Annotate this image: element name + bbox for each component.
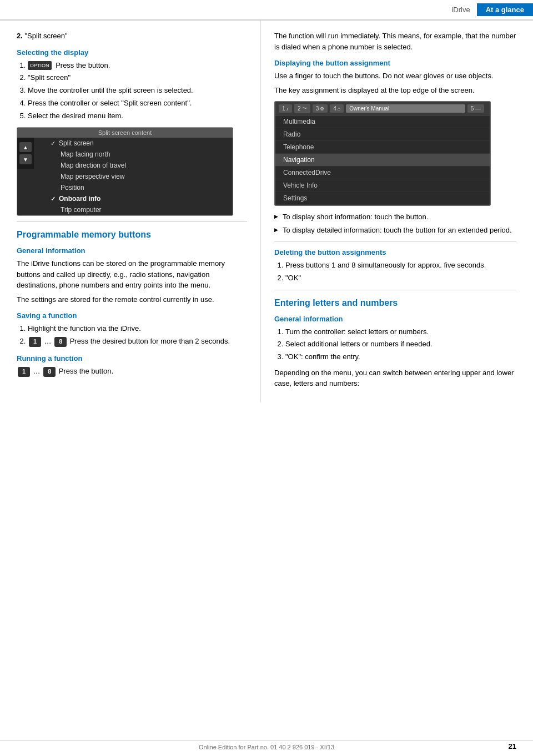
page-footer: Online Edition for Part no. 01 40 2 926 … bbox=[0, 740, 533, 750]
idrive-btn-3[interactable]: 3 ⚙ bbox=[313, 104, 328, 113]
entering-steps-list: Turn the controller: select letters or n… bbox=[274, 326, 516, 363]
saving-step-2: 1 … 8 Press the desired button for more … bbox=[28, 336, 247, 347]
idrive-menu-row: ConnectedDrive bbox=[275, 167, 490, 179]
entering-step-2: Select additional letters or numbers if … bbox=[285, 339, 516, 350]
option-button-icon: OPTION bbox=[28, 61, 52, 70]
screen-menu-item: Map facing north bbox=[34, 149, 233, 160]
step2-text: 2. "Split screen" bbox=[17, 31, 247, 42]
deleting-step-2: "OK" bbox=[285, 273, 516, 284]
general-info-text1: The iDrive functions can be stored on th… bbox=[17, 258, 247, 291]
music-icon: ♪ bbox=[286, 106, 289, 112]
nav-btn-down[interactable]: ▼ bbox=[19, 154, 32, 164]
right-column: The function will run immediately. This … bbox=[261, 21, 533, 402]
screen-menu-title-label: Split screen content bbox=[17, 128, 233, 138]
screen-menu-item: Map direction of travel bbox=[34, 160, 233, 171]
saving-step-1: Highlight the function via the iDrive. bbox=[28, 323, 247, 335]
idrive-screen-mockup: 1 ♪ 2 〜 3 ⚙ 4 ⌂ Owner's Manual bbox=[274, 101, 491, 206]
entering-step-1: Turn the controller: select letters or n… bbox=[285, 326, 516, 338]
deleting-step-1: Press buttons 1 and 8 simultaneously for… bbox=[285, 260, 516, 271]
screen-nav-area: ▲ ▼ ✓ Split screenMap facing northMap di… bbox=[17, 138, 233, 215]
idrive-menu-row: Vehicle Info bbox=[275, 179, 490, 192]
idrive-menu-items: MultimediaRadioTelephoneNavigationConnec… bbox=[275, 115, 490, 205]
header-idrive-label: iDrive bbox=[445, 3, 476, 16]
running-btn-1-icon: 1 bbox=[18, 367, 30, 377]
intro-text1: The function will run immediately. This … bbox=[274, 31, 516, 52]
footer-text: Online Edition for Part no. 01 40 2 926 … bbox=[199, 744, 334, 750]
mem-btn-8-icon: 8 bbox=[54, 337, 67, 347]
general-info-heading-left: General information bbox=[17, 246, 247, 255]
arrow-list-item: To display short information: touch the … bbox=[274, 211, 516, 223]
general-info-text2: The settings are stored for the remote c… bbox=[17, 294, 247, 305]
gear-icon: ⚙ bbox=[320, 106, 324, 112]
prog-memory-heading: Programmable memory buttons bbox=[17, 230, 247, 240]
selecting-step-1: OPTION Press the button. bbox=[28, 60, 247, 72]
selecting-step-4: Press the controller or select "Split sc… bbox=[28, 98, 247, 109]
owners-manual-label: Owner's Manual bbox=[349, 105, 389, 112]
idrive-btn-4[interactable]: 4 ⌂ bbox=[330, 104, 344, 113]
split-screen-mockup: Split screen content ▲ ▼ ✓ Split screenM… bbox=[17, 127, 233, 216]
nav-btn-up[interactable]: ▲ bbox=[19, 142, 32, 152]
header-ataglance-label: At a glance bbox=[477, 3, 533, 16]
idrive-menu-row: Navigation bbox=[275, 154, 490, 167]
idrive-menu-row: Telephone bbox=[275, 141, 490, 154]
running-step: 1 … 8 Press the button. bbox=[17, 366, 247, 377]
idrive-menu-row: Radio bbox=[275, 128, 490, 141]
selecting-step-3: Move the controller until the split scre… bbox=[28, 85, 247, 97]
left-column: 2. "Split screen" Selecting the display … bbox=[0, 21, 261, 402]
selecting-display-heading: Selecting the display bbox=[17, 48, 247, 57]
deleting-title-heading: Deleting the button assignments bbox=[274, 248, 516, 256]
page-header: iDrive At a glance bbox=[0, 0, 533, 21]
wave-icon: 〜 bbox=[302, 105, 307, 112]
idrive-btn-5[interactable]: 5 — bbox=[467, 104, 484, 113]
deleting-steps-list: Press buttons 1 and 8 simultaneously for… bbox=[274, 260, 516, 284]
running-function-heading: Running a function bbox=[17, 354, 247, 362]
btn-3-num: 3 bbox=[316, 105, 319, 112]
btn-1-num: 1 bbox=[282, 105, 285, 112]
screen-menu-item: Position bbox=[34, 182, 233, 193]
screen-menu-item: ✓ Split screen bbox=[34, 138, 233, 149]
btn-5-label: 5 — bbox=[471, 105, 481, 112]
idrive-btn-owners-manual[interactable]: Owner's Manual bbox=[346, 104, 465, 113]
saving-steps-list: Highlight the function via the iDrive. 1… bbox=[17, 323, 247, 347]
displaying-text1: Use a finger to touch the buttons. Do no… bbox=[274, 70, 516, 82]
idrive-btn-1[interactable]: 1 ♪ bbox=[279, 104, 292, 113]
page-number: 21 bbox=[509, 742, 516, 750]
displaying-text2: The key assignment is displayed at the t… bbox=[274, 85, 516, 96]
entering-general-heading: General information bbox=[274, 315, 516, 323]
display-info-bullets: To display short information: touch the … bbox=[274, 211, 516, 235]
main-content: 2. "Split screen" Selecting the display … bbox=[0, 21, 533, 402]
screen-nav-buttons: ▲ ▼ bbox=[17, 138, 34, 169]
selecting-steps-list: OPTION Press the button. "Split screen" … bbox=[17, 60, 247, 122]
screen-menu-item: ✓ Onboard info bbox=[34, 193, 233, 204]
idrive-menu-row: Settings bbox=[275, 192, 490, 205]
screen-menu-item: Map perspective view bbox=[34, 171, 233, 182]
selecting-step-5: Select the desired menu item. bbox=[28, 110, 247, 122]
arrow-list-item: To display detailed information: touch t… bbox=[274, 225, 516, 236]
btn-2-num: 2 bbox=[298, 105, 301, 112]
entering-step-3: "OK": confirm the entry. bbox=[285, 351, 516, 363]
idrive-topbar: 1 ♪ 2 〜 3 ⚙ 4 ⌂ Owner's Manual bbox=[275, 102, 490, 115]
selecting-step-2: "Split screen" bbox=[28, 72, 247, 84]
house-icon: ⌂ bbox=[338, 106, 340, 112]
entering-title-heading: Entering letters and numbers bbox=[274, 298, 516, 308]
btn-4-num: 4 bbox=[333, 105, 336, 112]
saving-function-heading: Saving a function bbox=[17, 311, 247, 320]
idrive-btn-2[interactable]: 2 〜 bbox=[294, 104, 310, 113]
displaying-assignment-heading: Displaying the button assignment bbox=[274, 59, 516, 67]
screen-menu-item: Trip computer bbox=[34, 204, 233, 215]
screen-menu-list: ✓ Split screenMap facing northMap direct… bbox=[34, 138, 233, 215]
mem-btn-1-icon: 1 bbox=[29, 337, 41, 347]
running-btn-8-icon: 8 bbox=[43, 367, 56, 377]
entering-footer-text: Depending on the menu, you can switch be… bbox=[274, 367, 516, 389]
idrive-menu-row: Multimedia bbox=[275, 115, 490, 128]
